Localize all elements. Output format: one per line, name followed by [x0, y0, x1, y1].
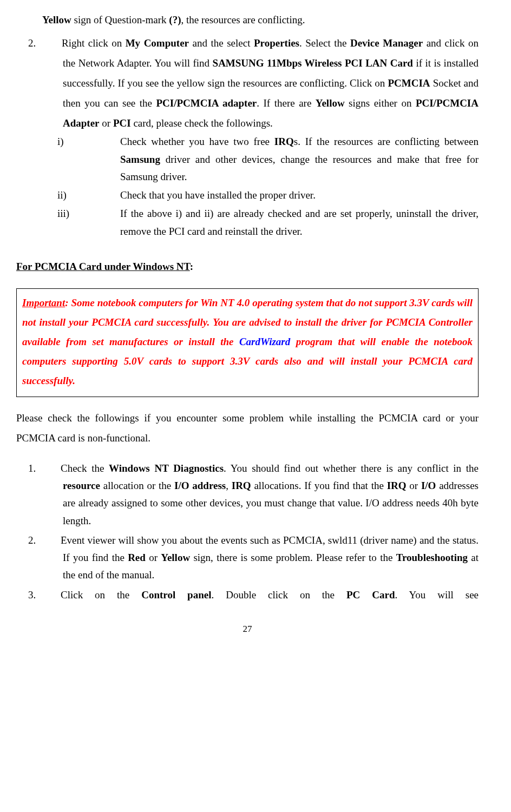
body-text: . If there are [257, 97, 316, 109]
bold-text: SAMSUNG 11Mbps Wireless PCI LAN Card [213, 57, 413, 69]
list-marker: i) [89, 133, 120, 150]
body-text: sign, there is some problem. Please refe… [190, 552, 396, 563]
bold-text: Troubleshooting [396, 552, 468, 563]
body-paragraph: Please check the followings if you encou… [16, 408, 479, 448]
body-text: , [226, 480, 232, 491]
body-text: allocations. If you find that the [251, 480, 387, 491]
bold-text: My Computer [126, 37, 189, 49]
body-text: If the above i) and ii) are already chec… [120, 208, 479, 236]
list-item: 2.Event viewer will show you about the e… [63, 532, 479, 584]
list-item: 1.Check the Windows NT Diagnostics. You … [63, 460, 479, 530]
list-marker: 3. [45, 586, 61, 604]
body-text: Check whether you have two free [120, 136, 274, 147]
bold-text: Windows NT Diagnostics [109, 463, 224, 474]
bold-text: Red [128, 552, 146, 563]
program-name: CardWizard [239, 336, 290, 347]
bold-text: (?) [169, 14, 181, 25]
bold-text: PCMCIA [388, 77, 430, 89]
body-text: . Double click on the [211, 589, 346, 600]
list-marker: 1. [45, 460, 61, 477]
sub-list-item: ii)Check that you have installed the pro… [89, 187, 479, 204]
sub-list-item: iii)If the above i) and ii) are already … [89, 205, 479, 240]
bold-text: Properties [254, 37, 299, 49]
body-text: Check the [61, 463, 109, 474]
body-text: or [407, 480, 421, 491]
heading-text: For PCMCIA Card under Windows NT [16, 261, 190, 272]
body-text: signs either on [345, 97, 416, 109]
bold-text: Yellow [161, 552, 190, 563]
body-text: allocation or the [100, 480, 174, 491]
body-text: . Select the [299, 37, 350, 49]
body-text-fragment: Yellow sign of Question-mark (?), the re… [16, 10, 479, 30]
important-label: Important [22, 297, 65, 308]
bold-text: PC Card [346, 589, 395, 600]
body-text: driver and other devices, change the res… [120, 154, 479, 182]
list-marker: ii) [89, 187, 120, 204]
body-text: card, please check the followings. [131, 117, 273, 129]
bold-text: I/O address [174, 480, 226, 491]
sub-list-item: i)Check whether you have two free IRQs. … [89, 133, 479, 186]
body-text: s. If the resources are conflicting betw… [294, 136, 479, 147]
list-marker: 2. [45, 532, 61, 549]
body-text: or [146, 552, 161, 563]
bold-text: PCI/PCMCIA adapter [156, 97, 257, 109]
section-heading: For PCMCIA Card under Windows NT: [16, 256, 479, 276]
body-text: and the select [189, 37, 254, 49]
body-text: Right click on [62, 37, 126, 49]
bold-text: PCI [113, 117, 131, 129]
body-text: Check that you have installed the proper… [120, 189, 316, 201]
body-text: Click on the [61, 589, 141, 600]
heading-colon: : [190, 261, 193, 272]
bold-text: IRQ [232, 480, 251, 491]
bold-text: IRQ [387, 480, 407, 491]
list-item: 3.Click on the Control panel. Double cli… [63, 586, 479, 604]
bold-text: Yellow [316, 97, 345, 109]
bold-text: Yellow [42, 14, 71, 25]
list-item: 2.Right click on My Computer and the sel… [16, 33, 479, 240]
body-text: , the resources are conflicting. [181, 14, 305, 25]
ordered-list: 1.Check the Windows NT Diagnostics. You … [16, 460, 479, 604]
body-text: or [100, 117, 113, 129]
bold-text: IRQ [274, 136, 294, 147]
bold-text: resource [63, 480, 100, 491]
body-text: sign of Question-mark [71, 14, 169, 25]
bold-text: Samsung [120, 154, 160, 165]
bold-text: I/O [421, 480, 436, 491]
list-marker: iii) [89, 205, 120, 222]
body-text: . You should find out whether there is a… [224, 463, 479, 474]
page-number: 27 [16, 620, 479, 638]
list-marker: 2. [45, 33, 62, 53]
bold-text: Device Manager [350, 37, 423, 49]
bold-text: Control panel [141, 589, 211, 600]
important-notice-box: Important: Some notebook computers for W… [16, 288, 479, 397]
body-text: . You will see [395, 589, 479, 600]
